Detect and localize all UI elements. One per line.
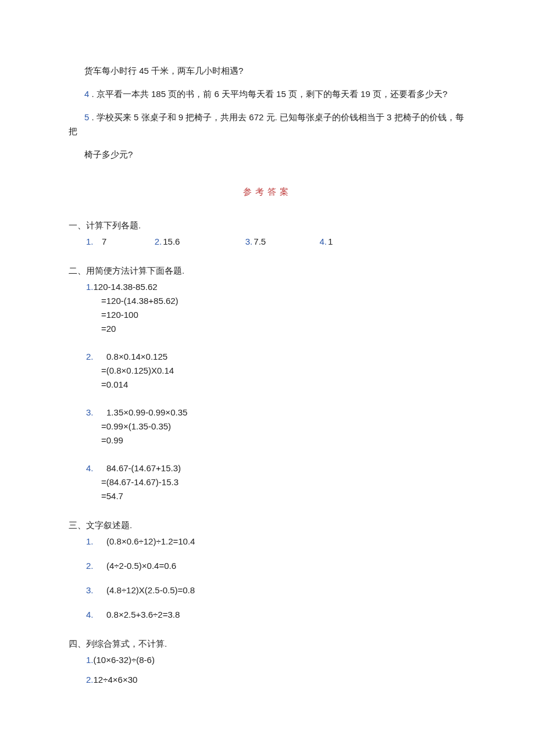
s2-b1-line1: 1.120-14.38-85.62	[69, 280, 466, 294]
s2-b1-expr: 120-14.38-85.62	[94, 282, 158, 292]
s2-b3-expr: 1.35×0.99-0.99×0.35	[106, 407, 187, 417]
s1-n3: 3.	[245, 237, 253, 246]
s2-b4-line1: 4. 84.67-(14.67+15.3)	[69, 461, 466, 475]
s2-b3-line1: 3. 1.35×0.99-0.99×0.35	[69, 406, 466, 420]
s1-n1: 1.	[86, 237, 94, 246]
s2-b3-num: 3.	[86, 407, 94, 417]
s2-b2-line3: =0.014	[69, 378, 466, 392]
s2-b3-line3: =0.99	[69, 433, 466, 447]
question-4-text: . 京平看一本共 185 页的书，前 6 天平均每天看 15 页，剩下的每天看 …	[89, 89, 447, 99]
s2-b1-line3: =120-100	[69, 308, 466, 322]
s2-block-4: 4. 84.67-(14.67+15.3) =(84.67-14.67)-15.…	[69, 461, 466, 503]
question-5-text-a: . 学校买来 5 张桌子和 9 把椅子，共用去 672 元. 已知每张桌子的价钱…	[69, 112, 464, 136]
s3-r3-num: 3.	[86, 585, 94, 595]
s3-r4-num: 4.	[86, 610, 94, 619]
s4-r2-val: 12÷4×6×30	[94, 675, 138, 685]
s4-r1: 1.(10×6-32)÷(8-6)	[69, 653, 466, 667]
answers-title: 参考答案	[69, 185, 466, 199]
s2-b1-num: 1.	[86, 282, 94, 292]
s1-v2: 15.6	[163, 237, 180, 246]
s2-b2-line2: =(0.8×0.125)X0.14	[69, 364, 466, 378]
s3-r4-val: 0.8×2.5+3.6÷2=3.8	[106, 610, 180, 619]
s2-b3-line2: =0.99×(1.35-0.35)	[69, 420, 466, 433]
question-3-cont: 货车每小时行 45 千米，两车几小时相遇?	[69, 64, 466, 78]
s3-r1-val: (0.8×0.6÷12)÷1.2=10.4	[106, 536, 195, 546]
section-1-head: 一、计算下列各题.	[69, 218, 466, 232]
s3-r3: 3. (4.8÷12)X(2.5-0.5)=0.8	[69, 583, 466, 597]
s4-r2: 2.12÷4×6×30	[69, 673, 466, 687]
s2-b2-expr: 0.8×0.14×0.125	[106, 352, 167, 361]
s2-b2-line1: 2. 0.8×0.14×0.125	[69, 350, 466, 364]
s3-r4: 4. 0.8×2.5+3.6÷2=3.8	[69, 608, 466, 622]
s1-n4: 4.	[320, 237, 327, 246]
s1-v3: 7.5	[254, 237, 266, 246]
s3-r2-val: (4÷2-0.5)×0.4=0.6	[106, 561, 176, 571]
s2-block-3: 3. 1.35×0.99-0.99×0.35 =0.99×(1.35-0.35)…	[69, 406, 466, 447]
section-4-head: 四、列综合算式，不计算.	[69, 637, 466, 651]
section-3-head: 三、文字叙述题.	[69, 518, 466, 532]
document-page: 货车每小时行 45 千米，两车几小时相遇? 4 . 京平看一本共 185 页的书…	[0, 0, 535, 687]
s3-r3-val: (4.8÷12)X(2.5-0.5)=0.8	[106, 585, 195, 595]
s1-v1: 7	[102, 237, 106, 246]
section-1-answers: 1. 7 2.15.6 3.7.5 4.1	[69, 235, 466, 249]
s2-b2-num: 2.	[86, 352, 94, 361]
s2-block-2: 2. 0.8×0.14×0.125 =(0.8×0.125)X0.14 =0.0…	[69, 350, 466, 392]
s4-r2-num: 2.	[86, 675, 94, 685]
s4-r1-val: (10×6-32)÷(8-6)	[94, 655, 155, 665]
s3-r1: 1. (0.8×0.6÷12)÷1.2=10.4	[69, 535, 466, 549]
s2-b4-line2: =(84.67-14.67)-15.3	[69, 475, 466, 489]
s2-b4-num: 4.	[86, 463, 94, 473]
s2-b4-expr: 84.67-(14.67+15.3)	[106, 463, 181, 473]
s1-v4: 1	[328, 237, 333, 246]
s2-block-1: 1.120-14.38-85.62 =120-(14.38+85.62) =12…	[69, 280, 466, 336]
s1-n2: 2.	[155, 237, 162, 246]
question-5-line1: 5 . 学校买来 5 张桌子和 9 把椅子，共用去 672 元. 已知每张桌子的…	[69, 110, 466, 138]
section-2-head: 二、用简便方法计算下面各题.	[69, 264, 466, 278]
s2-b4-line3: =54.7	[69, 489, 466, 503]
s2-b1-line4: =20	[69, 322, 466, 336]
s3-r2: 2. (4÷2-0.5)×0.4=0.6	[69, 559, 466, 573]
question-5: 5 . 学校买来 5 张桌子和 9 把椅子，共用去 672 元. 已知每张桌子的…	[69, 110, 466, 162]
question-4: 4 . 京平看一本共 185 页的书，前 6 天平均每天看 15 页，剩下的每天…	[69, 87, 466, 101]
s2-b1-line2: =120-(14.38+85.62)	[69, 294, 466, 308]
s3-r1-num: 1.	[86, 536, 94, 546]
s3-r2-num: 2.	[86, 561, 94, 571]
s4-r1-num: 1.	[86, 655, 94, 665]
question-5-line2: 椅子多少元?	[69, 148, 466, 162]
